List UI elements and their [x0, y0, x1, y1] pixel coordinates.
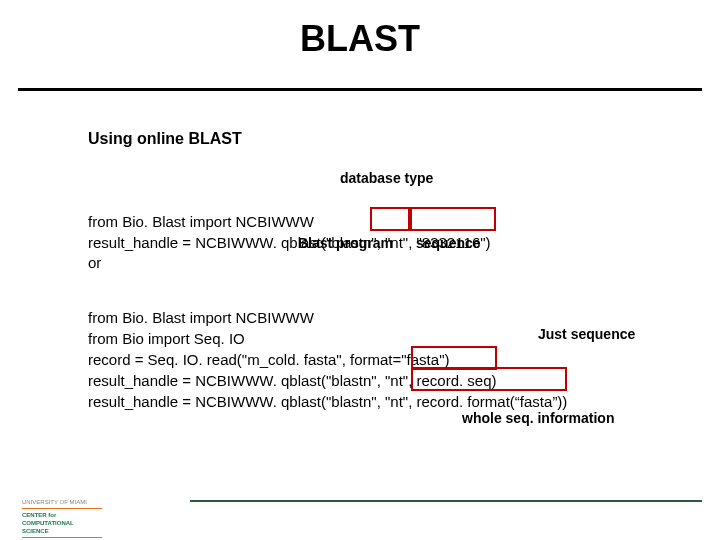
footer-univ: UNIVERSITY OF MIAMI: [22, 499, 102, 505]
slide: BLAST Using online BLAST database type f…: [0, 18, 720, 540]
code-line: from Bio. Blast import NCBIWWW: [88, 309, 314, 326]
annotation-database-type: database type: [340, 170, 433, 186]
code-line: from Bio import Seq. IO: [88, 330, 245, 347]
footer-sci: SCIENCE: [22, 528, 102, 534]
footer-comp: COMPUTATIONAL: [22, 520, 102, 526]
footer-divider: [190, 500, 702, 502]
code-line: record = Seq. IO. read("m_cold. fasta", …: [88, 351, 449, 368]
annotation-whole-seq: whole seq. information: [462, 410, 614, 426]
code-block-1: from Bio. Blast import NCBIWWW result_ha…: [88, 190, 491, 274]
or-label: or: [88, 254, 101, 271]
footer-line-icon: [22, 537, 102, 538]
redbox-record-format: [411, 367, 567, 391]
redbox-nt: [370, 207, 410, 231]
footer-line-icon: [22, 508, 102, 509]
subtitle: Using online BLAST: [88, 130, 242, 148]
title-divider: [18, 88, 702, 91]
annotation-sequence: sequence: [416, 235, 481, 251]
footer-logo: UNIVERSITY OF MIAMI CENTER for COMPUTATI…: [22, 499, 102, 540]
code-line: from Bio. Blast import NCBIWWW: [88, 213, 314, 230]
annotation-blast-program: Blast program: [298, 235, 393, 251]
redbox-sequence-id: [410, 207, 496, 231]
code-line: result_handle = NCBIWWW. qblast("blastn"…: [88, 393, 567, 410]
footer-center: CENTER for: [22, 512, 102, 518]
annotation-just-sequence: Just sequence: [538, 326, 635, 342]
page-title: BLAST: [0, 18, 720, 60]
